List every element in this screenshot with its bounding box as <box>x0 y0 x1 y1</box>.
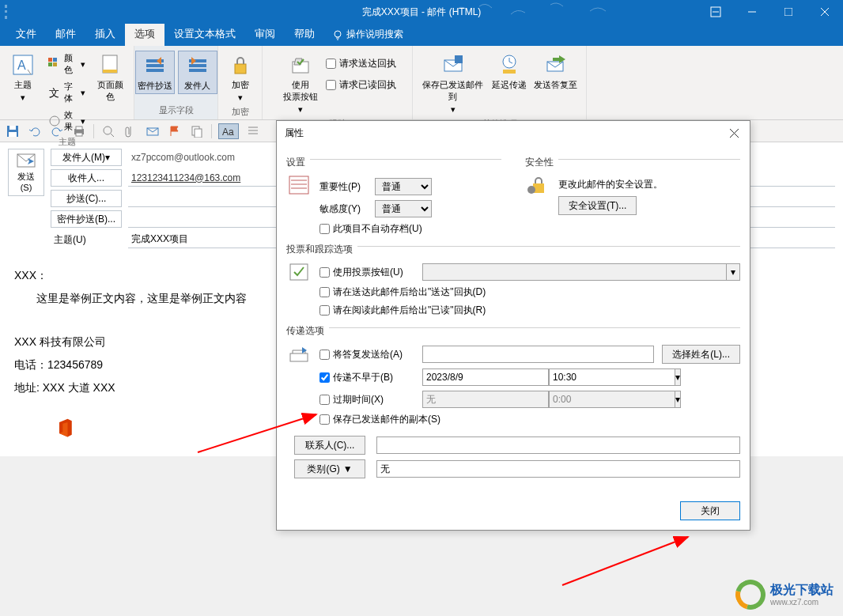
cc-button[interactable]: 抄送(C)... <box>51 190 122 207</box>
tab-format[interactable]: 设置文本格式 <box>164 22 245 46</box>
contacts-button[interactable]: 联系人(C)... <box>294 436 365 455</box>
clock-icon <box>497 52 522 77</box>
settings-group-label: 设置 <box>286 157 305 168</box>
preview-icon[interactable] <box>100 123 116 139</box>
tab-help[interactable]: 帮助 <box>285 22 324 46</box>
svg-rect-24 <box>503 70 516 74</box>
notbefore-checkbox[interactable]: 传递不早于(B) <box>319 371 414 384</box>
close-button[interactable] <box>807 0 843 24</box>
categories-button[interactable]: 类别(G) ▼ <box>294 459 365 478</box>
dialog-close-action-button[interactable]: 关闭 <box>680 501 740 520</box>
save-icon[interactable] <box>5 123 21 139</box>
voting-dropdown[interactable]: ▾ <box>726 263 740 281</box>
tab-insert[interactable]: 插入 <box>85 22 125 46</box>
categories-input[interactable] <box>376 460 740 478</box>
from-value: xz7pccom@outlook.com <box>128 152 238 163</box>
from-icon <box>185 53 210 78</box>
notbefore-time-input[interactable] <box>549 368 675 386</box>
delay-button[interactable]: 延迟传递 <box>490 51 529 93</box>
lock-icon <box>228 52 253 77</box>
savecopy-checkbox[interactable]: 保存已发送邮件的副本(S) <box>319 413 440 426</box>
req-delivery-checkbox[interactable]: 请求送达回执 <box>326 57 396 70</box>
minimize-button[interactable] <box>734 0 770 24</box>
dropdown-icon: ▾ <box>451 104 456 115</box>
tab-review[interactable]: 审阅 <box>245 22 285 46</box>
importance-select[interactable]: 普通 <box>375 178 432 195</box>
palette-icon <box>48 58 61 70</box>
svg-point-2 <box>335 31 341 37</box>
replyto-checkbox[interactable]: 将答复发送给(A) <box>319 348 414 361</box>
themes-icon: A <box>10 52 36 77</box>
flag-icon[interactable] <box>167 123 183 139</box>
bcc-button[interactable]: 密件抄送(B)... <box>51 210 122 228</box>
reply-icon <box>543 52 569 77</box>
tab-mail[interactable]: 邮件 <box>46 22 85 46</box>
tab-file[interactable]: 文件 <box>6 22 46 46</box>
text-format-icon[interactable]: Aa <box>218 123 239 139</box>
sensitivity-select[interactable]: 普通 <box>375 200 432 217</box>
page-color-icon <box>98 52 123 77</box>
voting-input <box>422 263 726 281</box>
bcc-button[interactable]: 密件抄送 <box>135 51 175 94</box>
to-button[interactable]: 收件人... <box>51 169 122 187</box>
font-icon: 文 <box>48 86 61 99</box>
page-color-button[interactable]: 页面颜色 <box>92 51 129 104</box>
svg-rect-22 <box>455 55 463 63</box>
svg-rect-1 <box>784 8 792 16</box>
svg-text:文: 文 <box>49 87 59 99</box>
svg-rect-35 <box>195 129 202 138</box>
encrypt-button[interactable]: 加密 ▾ <box>221 51 260 104</box>
svg-rect-27 <box>9 126 16 130</box>
undo-icon[interactable] <box>27 123 43 139</box>
replyto-input[interactable] <box>422 346 654 363</box>
dropdown-icon: ▾ <box>21 93 25 103</box>
office-logo-icon <box>54 417 76 439</box>
expires-time-dropdown[interactable]: ▾ <box>675 391 681 408</box>
expires-checkbox[interactable]: 过期时间(X) <box>319 393 414 406</box>
svg-rect-19 <box>235 64 246 74</box>
subject-label: 主题(U) <box>51 231 122 248</box>
redo-icon[interactable] <box>49 123 65 139</box>
svg-rect-31 <box>76 133 82 136</box>
from-button[interactable]: 发件人 <box>178 51 217 94</box>
fonts-button[interactable]: 文字体 ▾ <box>45 79 89 106</box>
voting-icon <box>288 52 313 77</box>
notbefore-date-input[interactable] <box>422 368 548 386</box>
envelope-icon[interactable] <box>145 123 161 139</box>
attach-icon[interactable] <box>123 123 138 139</box>
no-autoarchive-checkbox[interactable]: 此项目不自动存档(U) <box>319 222 422 236</box>
voting-checkbox[interactable]: 使用投票按钮(U) <box>319 266 414 279</box>
tab-options[interactable]: 选项 <box>125 22 164 46</box>
dropdown-icon: ▾ <box>298 104 303 115</box>
delivery-group-label: 传递选项 <box>286 325 324 336</box>
tell-me-search[interactable]: 操作说明搜索 <box>324 23 411 46</box>
dialog-title: 属性 <box>285 127 304 140</box>
spacing-icon[interactable] <box>245 123 261 139</box>
window-title: 完成XXX项目 - 邮件 (HTML) <box>362 6 482 19</box>
ribbon: A 主题 ▾ 颜色 ▾ 文字体 ▾ 效果 ▾ 页面颜色 主题 密件抄送 <box>0 46 843 120</box>
svg-rect-12 <box>103 70 117 73</box>
copy-icon[interactable] <box>189 123 205 139</box>
from-label-button[interactable]: 发件人(M) ▾ <box>51 149 122 166</box>
maximize-button[interactable] <box>770 0 807 24</box>
colors-button[interactable]: 颜色 ▾ <box>45 51 89 77</box>
expires-time-input <box>549 391 675 408</box>
time-dropdown[interactable]: ▾ <box>675 368 681 386</box>
select-names-button[interactable]: 选择姓名(L)... <box>662 345 740 364</box>
ribbon-options-icon[interactable] <box>697 0 734 24</box>
lightbulb-icon <box>332 29 343 40</box>
req-read-checkbox[interactable]: 请求已读回执 <box>326 78 396 92</box>
sensitivity-label: 敏感度(Y) <box>319 202 367 216</box>
send-button[interactable]: 发送 (S) <box>8 149 44 196</box>
direct-reply-button[interactable]: 发送答复至 <box>532 51 580 93</box>
security-settings-button[interactable]: 安全设置(T)... <box>558 196 637 215</box>
save-sent-button[interactable]: 保存已发送邮件 到 ▾ <box>420 51 486 116</box>
print-icon[interactable] <box>71 123 87 139</box>
themes-button[interactable]: A 主题 ▾ <box>5 51 42 104</box>
read-receipt-checkbox[interactable]: 请在阅读此邮件后给出"已读"回执(R) <box>319 304 486 317</box>
dialog-close-button[interactable] <box>723 123 745 142</box>
contacts-input[interactable] <box>376 436 740 454</box>
voting-button[interactable]: 使用 投票按钮 ▾ <box>278 51 323 116</box>
watermark-cn: 极光下载站 <box>770 582 834 597</box>
delivery-receipt-checkbox[interactable]: 请在送达此邮件后给出"送达"回执(D) <box>319 285 486 299</box>
